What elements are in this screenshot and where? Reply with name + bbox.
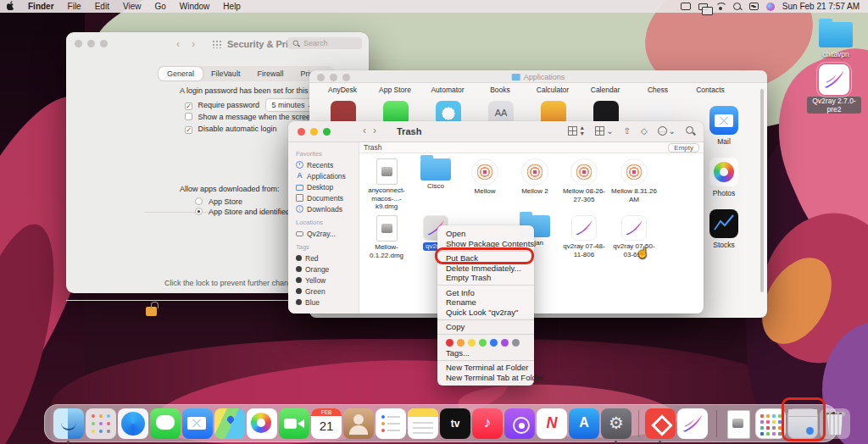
menu-item-open[interactable]: Open xyxy=(437,229,534,239)
tag-purple-dot[interactable] xyxy=(501,339,509,347)
menu-item-quick-look[interactable]: Quick Look "qv2ray" xyxy=(437,308,534,318)
tab-general[interactable]: General xyxy=(159,67,203,80)
sidebar-item-downloads[interactable]: Downloads xyxy=(296,203,359,214)
app-label-automator[interactable]: Automator xyxy=(421,86,474,94)
app-label-books[interactable]: Books xyxy=(474,86,526,94)
tag-gray-dot[interactable] xyxy=(512,339,520,347)
screen-mirroring-icon[interactable] xyxy=(698,3,708,10)
dock-safari-icon[interactable] xyxy=(118,408,148,439)
require-password-checkbox[interactable]: ✓ xyxy=(185,103,192,110)
menu-item-empty-trash[interactable]: Empty Trash xyxy=(437,273,534,283)
menu-item-get-info[interactable]: Get Info xyxy=(437,288,534,298)
menu-window[interactable]: Window xyxy=(173,2,217,11)
minimize-button[interactable] xyxy=(310,128,318,136)
window-controls[interactable] xyxy=(317,74,350,81)
sidebar-item-applications[interactable]: AApplications xyxy=(296,170,359,181)
menu-item-new-terminal-tab[interactable]: New Terminal Tab at Folder xyxy=(437,373,534,383)
file-mellow[interactable]: Mellow xyxy=(460,158,509,196)
app-item-mail[interactable]: Mail xyxy=(698,106,750,146)
applications-titlebar[interactable]: Applications xyxy=(309,70,767,83)
dock-tv-icon[interactable]: tv xyxy=(440,408,470,439)
app-label-appstore[interactable]: App Store xyxy=(369,86,421,94)
dock-appstore-icon[interactable]: A xyxy=(569,408,599,439)
menu-item-tags[interactable]: Tags... xyxy=(437,348,534,358)
tab-filevault[interactable]: FileVault xyxy=(203,67,248,80)
app-label-chess[interactable]: Chess xyxy=(632,86,684,94)
control-center-icon[interactable] xyxy=(749,3,759,10)
dock-system-preferences-icon[interactable]: ⚙ xyxy=(601,408,632,439)
menu-finder[interactable]: Finder xyxy=(21,2,61,11)
file-mellow-08-26[interactable]: Mellow 08-26-27-305 xyxy=(559,158,609,203)
dock-photos-icon[interactable] xyxy=(247,408,277,439)
close-button[interactable] xyxy=(75,40,82,47)
share-button[interactable]: ⇧ xyxy=(624,126,631,136)
radio-icon[interactable] xyxy=(195,197,203,205)
close-button[interactable] xyxy=(298,128,305,136)
dock-notes-icon[interactable] xyxy=(408,408,438,439)
menu-bar-clock[interactable]: Sun Feb 21 7:57 AM xyxy=(782,2,860,11)
dock-anydesk-icon[interactable] xyxy=(645,408,676,439)
tag-green-dot[interactable] xyxy=(479,339,487,347)
dock-contacts-icon[interactable] xyxy=(343,408,374,439)
sidebar-tag-red[interactable]: Red xyxy=(296,253,359,264)
tag-orange-dot[interactable] xyxy=(457,339,465,347)
dock-music-icon[interactable]: ♪ xyxy=(472,408,503,439)
sidebar-item-recents[interactable]: Recents xyxy=(296,159,359,170)
wifi-icon[interactable] xyxy=(715,3,726,10)
back-forward-buttons[interactable]: ‹› xyxy=(176,38,207,50)
file-mellow-83126[interactable]: Mellow 8.31.26 AM xyxy=(609,158,659,203)
search-field[interactable]: Search xyxy=(287,37,362,49)
window-controls[interactable] xyxy=(298,128,331,136)
dock-qv2ray-icon[interactable] xyxy=(677,408,708,439)
app-label-calculator[interactable]: Calculator xyxy=(526,86,579,94)
search-button[interactable] xyxy=(686,126,695,136)
empty-trash-button[interactable]: Empty xyxy=(668,143,699,153)
view-options-button[interactable]: ▲▼ xyxy=(568,125,585,136)
menu-item-delete-immediately[interactable]: Delete Immediately... xyxy=(437,264,534,274)
app-label-contacts[interactable]: Contacts xyxy=(684,86,737,94)
dock-maps-icon[interactable] xyxy=(214,408,245,439)
dock-calendar-icon[interactable]: FEB 21 xyxy=(311,408,342,439)
radio-app-store[interactable]: App Store xyxy=(195,197,242,206)
tag-red-dot[interactable] xyxy=(446,339,453,347)
tab-firewall[interactable]: Firewall xyxy=(248,67,292,80)
tag-yellow-dot[interactable] xyxy=(468,339,476,347)
dock-dmg-file-icon[interactable] xyxy=(723,408,754,439)
dock-reminders-icon[interactable] xyxy=(376,408,406,439)
desktop-icon-chitavpn[interactable]: chitavpn xyxy=(809,22,863,58)
radio-icon[interactable] xyxy=(195,208,203,215)
sidebar-tag-yellow[interactable]: Yellow xyxy=(296,275,359,286)
minimize-button[interactable] xyxy=(330,74,337,81)
group-button[interactable]: ⌄ xyxy=(595,126,613,136)
sidebar-item-desktop[interactable]: Desktop xyxy=(296,181,359,192)
more-actions-button[interactable]: …⌄ xyxy=(658,126,676,136)
app-item-photos[interactable]: Photos xyxy=(698,158,750,197)
unlock-icon[interactable] xyxy=(146,307,157,316)
menu-edit[interactable]: Edit xyxy=(88,2,116,11)
sidebar-item-documents[interactable]: Documents xyxy=(296,192,359,203)
zoom-button[interactable] xyxy=(323,128,331,136)
zoom-button[interactable] xyxy=(342,74,350,81)
security-titlebar[interactable]: ‹› Security & Privacy Search xyxy=(66,32,369,54)
sidebar-tag-orange[interactable]: Orange xyxy=(296,264,359,275)
tag-blue-dot[interactable] xyxy=(490,339,498,347)
menu-item-new-terminal[interactable]: New Terminal at Folder xyxy=(437,363,534,373)
siri-icon[interactable] xyxy=(766,3,775,11)
file-mellow-dmg[interactable]: Mellow-0.1.22.dmg xyxy=(362,215,411,259)
trash-toolbar[interactable]: ‹› Trash ▲▼ ⌄ ⇧ ◇ …⌄ xyxy=(288,121,704,142)
menu-item-copy[interactable]: Copy xyxy=(437,322,534,332)
sidebar-item-qv2ray-disk[interactable]: Qv2ray... xyxy=(296,228,359,239)
file-qv2ray-074811[interactable]: qv2ray 07-48-11-806 xyxy=(559,215,609,258)
dock-facetime-icon[interactable] xyxy=(279,408,309,439)
zoom-button[interactable] xyxy=(100,40,108,47)
input-source-icon[interactable] xyxy=(681,3,691,10)
minimize-button[interactable] xyxy=(87,40,95,47)
show-all-icon[interactable] xyxy=(212,40,222,48)
dock-news-icon[interactable]: N xyxy=(537,408,567,439)
dock-finder-icon[interactable] xyxy=(53,408,84,439)
sidebar-tag-green[interactable]: Green xyxy=(296,286,359,297)
app-item-stocks[interactable]: Stocks xyxy=(698,209,750,249)
menu-file[interactable]: File xyxy=(61,2,88,11)
menu-view[interactable]: View xyxy=(116,2,148,11)
dock-launchpad-icon[interactable] xyxy=(86,408,116,439)
